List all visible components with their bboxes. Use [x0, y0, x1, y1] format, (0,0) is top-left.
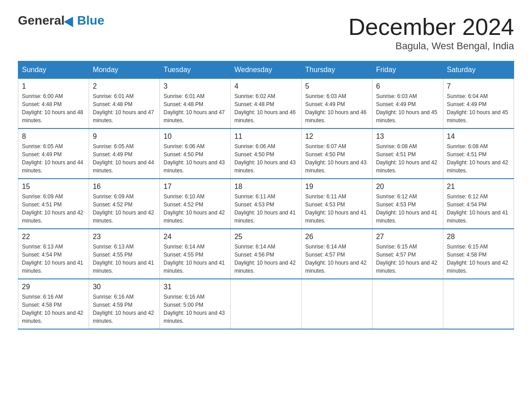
sunrise-label: Sunrise: 6:04 AM — [447, 93, 488, 99]
calendar-cell — [372, 279, 443, 329]
daylight-label: Daylight: 10 hours and 42 minutes. — [163, 210, 225, 224]
logo: General Blue — [18, 13, 104, 28]
sunset-label: Sunset: 4:48 PM — [234, 101, 274, 107]
sunset-label: Sunset: 4:58 PM — [22, 302, 62, 308]
sunset-label: Sunset: 4:53 PM — [305, 201, 345, 208]
sunset-label: Sunset: 4:51 PM — [447, 151, 487, 158]
day-number: 29 — [22, 283, 85, 291]
sunrise-label: Sunrise: 6:05 AM — [93, 143, 133, 150]
day-info: Sunrise: 6:12 AM Sunset: 4:54 PM Dayligh… — [447, 193, 510, 225]
sunset-label: Sunset: 4:55 PM — [163, 252, 203, 258]
sunrise-label: Sunrise: 6:13 AM — [22, 244, 63, 250]
daylight-label: Daylight: 10 hours and 41 minutes. — [376, 210, 438, 224]
day-number: 22 — [22, 233, 85, 241]
daylight-label: Daylight: 10 hours and 42 minutes. — [22, 210, 83, 224]
day-number: 16 — [93, 183, 156, 191]
daylight-label: Daylight: 10 hours and 42 minutes. — [376, 260, 438, 274]
day-number: 4 — [234, 82, 297, 90]
calendar-header: SundayMondayTuesdayWednesdayThursdayFrid… — [18, 61, 514, 79]
sunrise-label: Sunrise: 6:08 AM — [447, 143, 488, 150]
day-number: 11 — [234, 133, 297, 141]
calendar-cell: 22 Sunrise: 6:13 AM Sunset: 4:54 PM Dayl… — [18, 229, 89, 279]
calendar-cell: 25 Sunrise: 6:14 AM Sunset: 4:56 PM Dayl… — [231, 229, 301, 279]
day-info: Sunrise: 6:13 AM Sunset: 4:54 PM Dayligh… — [22, 243, 85, 275]
sunrise-label: Sunrise: 6:00 AM — [22, 93, 63, 99]
day-number: 3 — [163, 82, 227, 90]
day-info: Sunrise: 6:03 AM Sunset: 4:49 PM Dayligh… — [376, 92, 439, 124]
daylight-label: Daylight: 10 hours and 43 minutes. — [163, 310, 225, 324]
sunset-label: Sunset: 4:49 PM — [93, 151, 133, 158]
calendar-cell — [443, 279, 514, 329]
sunrise-label: Sunrise: 6:15 AM — [376, 244, 417, 250]
daylight-label: Daylight: 10 hours and 43 minutes. — [163, 159, 225, 174]
calendar-cell — [231, 279, 301, 329]
sunrise-label: Sunrise: 6:01 AM — [163, 93, 204, 99]
sunset-label: Sunset: 4:54 PM — [447, 201, 487, 208]
sunrise-label: Sunrise: 6:14 AM — [305, 244, 346, 250]
calendar-week-5: 29 Sunrise: 6:16 AM Sunset: 4:58 PM Dayl… — [18, 279, 514, 329]
sunset-label: Sunset: 5:00 PM — [163, 302, 203, 308]
page-header: General Blue December 2024 Bagula, West … — [18, 13, 514, 52]
daylight-label: Daylight: 10 hours and 41 minutes. — [22, 260, 83, 274]
calendar-cell: 31 Sunrise: 6:16 AM Sunset: 5:00 PM Dayl… — [160, 279, 231, 329]
day-number: 25 — [234, 233, 297, 241]
daylight-label: Daylight: 10 hours and 42 minutes. — [376, 159, 438, 174]
daylight-label: Daylight: 10 hours and 41 minutes. — [163, 260, 225, 274]
calendar-cell: 14 Sunrise: 6:08 AM Sunset: 4:51 PM Dayl… — [443, 128, 514, 179]
calendar-cell: 24 Sunrise: 6:14 AM Sunset: 4:55 PM Dayl… — [160, 229, 231, 279]
daylight-label: Daylight: 10 hours and 46 minutes. — [234, 109, 296, 124]
sunset-label: Sunset: 4:50 PM — [163, 151, 203, 158]
sunset-label: Sunset: 4:49 PM — [305, 101, 345, 107]
day-info: Sunrise: 6:01 AM Sunset: 4:48 PM Dayligh… — [163, 92, 227, 124]
sunrise-label: Sunrise: 6:14 AM — [163, 244, 204, 250]
sunset-label: Sunset: 4:50 PM — [234, 151, 274, 158]
calendar-cell: 5 Sunrise: 6:03 AM Sunset: 4:49 PM Dayli… — [301, 79, 372, 129]
sunset-label: Sunset: 4:51 PM — [376, 151, 416, 158]
day-number: 27 — [376, 233, 439, 241]
sunset-label: Sunset: 4:50 PM — [305, 151, 345, 158]
calendar-cell: 28 Sunrise: 6:15 AM Sunset: 4:58 PM Dayl… — [443, 229, 514, 279]
sunrise-label: Sunrise: 6:11 AM — [234, 193, 275, 200]
sunset-label: Sunset: 4:49 PM — [447, 101, 487, 107]
day-info: Sunrise: 6:09 AM Sunset: 4:52 PM Dayligh… — [93, 193, 156, 225]
daylight-label: Daylight: 10 hours and 47 minutes. — [93, 109, 154, 124]
day-info: Sunrise: 6:02 AM Sunset: 4:48 PM Dayligh… — [234, 92, 297, 124]
day-info: Sunrise: 6:08 AM Sunset: 4:51 PM Dayligh… — [376, 142, 439, 175]
sunset-label: Sunset: 4:56 PM — [234, 252, 274, 258]
sunrise-label: Sunrise: 6:06 AM — [163, 143, 204, 150]
sunset-label: Sunset: 4:53 PM — [376, 201, 416, 208]
daylight-label: Daylight: 10 hours and 42 minutes. — [234, 260, 296, 274]
sunrise-label: Sunrise: 6:16 AM — [163, 294, 204, 300]
sunset-label: Sunset: 4:48 PM — [22, 101, 62, 107]
calendar-cell: 16 Sunrise: 6:09 AM Sunset: 4:52 PM Dayl… — [89, 179, 160, 229]
day-number: 17 — [163, 183, 227, 191]
calendar-cell: 11 Sunrise: 6:06 AM Sunset: 4:50 PM Dayl… — [231, 128, 301, 179]
daylight-label: Daylight: 10 hours and 43 minutes. — [305, 159, 367, 174]
daylight-label: Daylight: 10 hours and 41 minutes. — [234, 210, 296, 224]
day-number: 6 — [376, 82, 439, 90]
header-tuesday: Tuesday — [160, 61, 231, 79]
day-info: Sunrise: 6:12 AM Sunset: 4:53 PM Dayligh… — [376, 193, 439, 225]
daylight-label: Daylight: 10 hours and 45 minutes. — [376, 109, 438, 124]
day-info: Sunrise: 6:14 AM Sunset: 4:57 PM Dayligh… — [305, 243, 369, 275]
day-number: 9 — [93, 133, 156, 141]
sunrise-label: Sunrise: 6:16 AM — [93, 294, 133, 300]
calendar-table: SundayMondayTuesdayWednesdayThursdayFrid… — [18, 61, 514, 330]
day-info: Sunrise: 6:00 AM Sunset: 4:48 PM Dayligh… — [22, 92, 85, 124]
calendar-week-1: 1 Sunrise: 6:00 AM Sunset: 4:48 PM Dayli… — [18, 79, 514, 129]
day-number: 31 — [163, 283, 227, 291]
sunrise-label: Sunrise: 6:09 AM — [93, 193, 133, 200]
calendar-cell: 20 Sunrise: 6:12 AM Sunset: 4:53 PM Dayl… — [372, 179, 443, 229]
day-info: Sunrise: 6:11 AM Sunset: 4:53 PM Dayligh… — [305, 193, 369, 225]
day-number: 19 — [305, 183, 369, 191]
day-info: Sunrise: 6:10 AM Sunset: 4:52 PM Dayligh… — [163, 193, 227, 225]
calendar-cell: 7 Sunrise: 6:04 AM Sunset: 4:49 PM Dayli… — [443, 79, 514, 129]
calendar-cell: 29 Sunrise: 6:16 AM Sunset: 4:58 PM Dayl… — [18, 279, 89, 329]
day-info: Sunrise: 6:14 AM Sunset: 4:56 PM Dayligh… — [234, 243, 297, 275]
sunrise-label: Sunrise: 6:12 AM — [447, 193, 488, 200]
sunrise-label: Sunrise: 6:01 AM — [93, 93, 133, 99]
daylight-label: Daylight: 10 hours and 41 minutes. — [305, 210, 367, 224]
day-info: Sunrise: 6:11 AM Sunset: 4:53 PM Dayligh… — [234, 193, 297, 225]
sunset-label: Sunset: 4:48 PM — [163, 101, 203, 107]
calendar-cell: 18 Sunrise: 6:11 AM Sunset: 4:53 PM Dayl… — [231, 179, 301, 229]
